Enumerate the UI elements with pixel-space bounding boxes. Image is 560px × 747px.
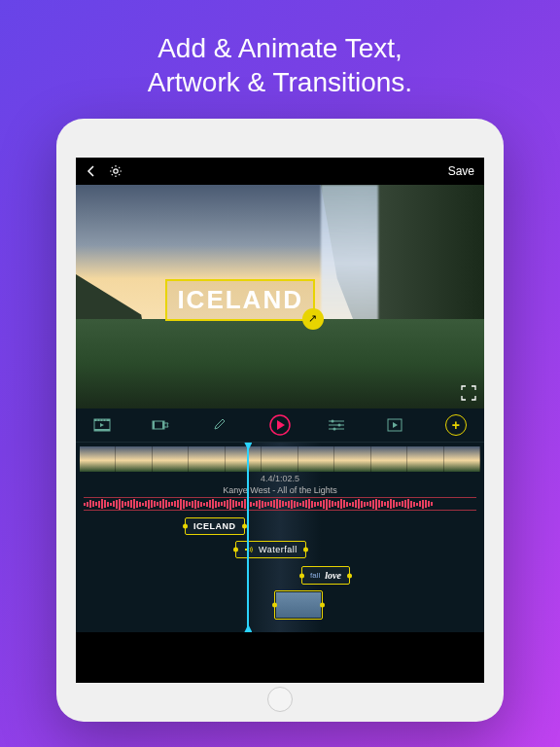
artwork-clip-label: love (325, 570, 341, 581)
gear-icon[interactable] (109, 164, 122, 178)
audio-track[interactable]: Kanye West - All of the Lights (76, 483, 484, 513)
audio-clip-label: Waterfall (259, 545, 298, 554)
svg-point-0 (114, 169, 118, 173)
svg-marker-8 (100, 423, 104, 427)
export-tool-icon[interactable] (387, 418, 418, 432)
back-icon[interactable] (86, 165, 97, 177)
home-button (267, 687, 293, 712)
svg-rect-3 (94, 429, 110, 431)
clip-tool-icon[interactable] (152, 418, 183, 432)
promo-line-2: Artwork & Transitions. (148, 67, 412, 97)
text-clip-label: ICELAND (193, 521, 236, 531)
text-overlay-selection[interactable]: ICELAND ↗ (165, 279, 315, 321)
artwork-clip[interactable]: fall love (301, 566, 350, 585)
svg-point-18 (338, 424, 341, 427)
svg-marker-13 (277, 420, 285, 430)
audio-title: Kanye West - All of the Lights (84, 485, 476, 497)
svg-marker-21 (393, 422, 398, 428)
app-screen: Save ICELAND ↗ + (76, 158, 484, 683)
audio-waveform[interactable] (84, 497, 476, 511)
topbar: Save (76, 158, 484, 185)
timeline[interactable]: 4.4/1:02.5 Kanye West - All of the Light… (76, 443, 484, 632)
add-button[interactable]: + (445, 414, 467, 436)
svg-rect-11 (162, 421, 164, 429)
editor-toolbar: + (76, 409, 484, 443)
media-tool-icon[interactable] (93, 418, 124, 432)
artwork-prefix: fall (310, 571, 320, 580)
svg-point-7 (106, 420, 107, 421)
video-preview[interactable]: ICELAND ↗ (76, 185, 484, 409)
overlay-text: ICELAND (177, 285, 303, 314)
expand-icon[interactable] (461, 385, 476, 401)
playhead[interactable] (247, 443, 249, 632)
adjust-tool-icon[interactable] (328, 418, 359, 432)
audio-clip[interactable]: Waterfall (235, 541, 306, 558)
media-thumbnail (276, 592, 321, 618)
brush-tool-icon[interactable] (211, 417, 242, 433)
svg-point-17 (332, 420, 334, 423)
tablet-frame: Save ICELAND ↗ + (56, 119, 504, 722)
filmstrip-track[interactable] (76, 446, 484, 472)
edit-text-icon[interactable]: ↗ (302, 308, 324, 330)
text-clip[interactable]: ICELAND (185, 517, 245, 535)
svg-point-5 (100, 420, 101, 421)
media-clip[interactable] (274, 590, 323, 620)
promo-title: Add & Animate Text, Artwork & Transition… (0, 0, 560, 119)
save-button[interactable]: Save (448, 164, 474, 178)
play-button[interactable] (269, 414, 300, 436)
svg-point-4 (97, 420, 98, 421)
svg-rect-2 (94, 419, 110, 421)
promo-line-1: Add & Animate Text, (158, 33, 402, 63)
svg-point-19 (333, 428, 336, 431)
timecode-label: 4.4/1:02.5 (76, 472, 484, 483)
svg-rect-10 (153, 421, 155, 429)
svg-point-6 (103, 420, 104, 421)
